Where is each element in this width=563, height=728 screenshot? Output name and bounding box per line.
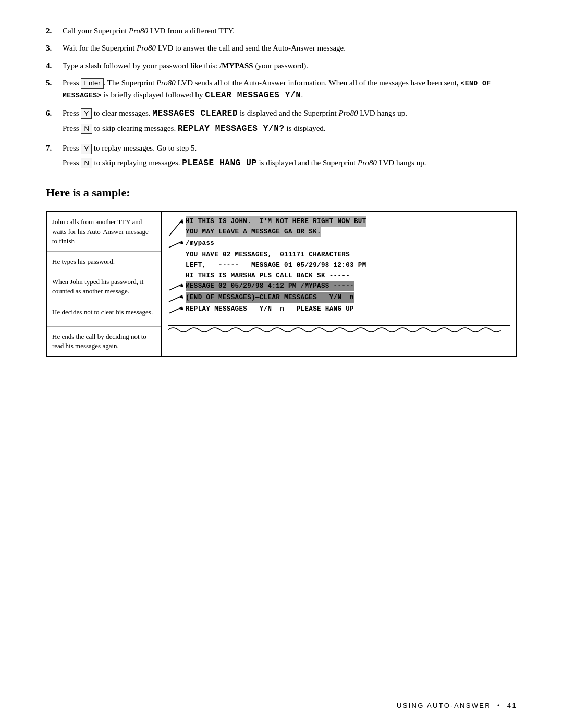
sample-diagram: John calls from another TTY and waits fo… — [46, 211, 517, 357]
screen-highlight-dark-2: (END OF MESSAGES)—CLEAR MESSAGES Y/N n — [186, 292, 354, 303]
page-footer: USING AUTO-ANSWER • 41 — [397, 701, 517, 709]
step-4: 4. Type a slash followed by your passwor… — [46, 60, 517, 72]
enter-key: Enter — [81, 78, 103, 89]
replay-messages-display: REPLAY MESSAGES Y/N? — [178, 124, 285, 133]
n-key-7: N — [81, 158, 92, 168]
step-3: 3. Wait for the Superprint Pro80 LVD to … — [46, 42, 517, 54]
screen-highlight-2: YOU MAY LEAVE A MESSAGE GA OR SK. — [186, 227, 321, 237]
pro80-italic-6: Pro80 — [339, 109, 358, 117]
wavy-line-svg — [168, 326, 510, 334]
screen-highlight-1: HI THIS IS JOHN. I'M NOT HERE RIGHT NOW … — [186, 216, 366, 227]
screen-lines-2: /mypass — [186, 238, 214, 249]
step-7-content: Press Y to replay messages. Go to step 5… — [63, 142, 517, 171]
screen-line-7: MESSAGE 02 05/29/98 4:12 PM /MYPASS ----… — [186, 281, 354, 291]
y-key-7: Y — [81, 144, 92, 154]
svg-line-2 — [169, 241, 182, 248]
step-3-num: 3. — [46, 42, 63, 54]
footer-page: 41 — [507, 701, 517, 709]
screen-line-2: YOU MAY LEAVE A MESSAGE GA OR SK. — [186, 227, 366, 237]
footer-label: USING AUTO-ANSWER — [397, 701, 491, 709]
messages-cleared-display: MESSAGES CLEARED — [152, 109, 238, 118]
diagram-screen-area: HI THIS IS JOHN. I'M NOT HERE RIGHT NOW … — [162, 212, 516, 356]
screen-block-4: MESSAGE 02 05/29/98 4:12 PM /MYPASS ----… — [168, 281, 510, 291]
step-4-num: 4. — [46, 60, 63, 72]
screen-line-6: HI THIS IS MARSHA PLS CALL BACK SK ----- — [186, 270, 510, 281]
step-6: 6. Press Y to clear messages. MESSAGES C… — [46, 107, 517, 138]
screen-highlight-dark-1: MESSAGE 02 05/29/98 4:12 PM /MYPASS ----… — [186, 281, 354, 291]
screen-block-2: /mypass — [168, 238, 510, 249]
pro80-italic-5: Pro80 — [156, 79, 176, 87]
step-6-content: Press Y to clear messages. MESSAGES CLEA… — [63, 107, 517, 138]
step-2-num: 2. — [46, 25, 63, 37]
step-6-sub: Press N to skip clearing messages. REPLA… — [63, 122, 517, 135]
wavy-border — [168, 325, 510, 336]
screen-line-5: LEFT, ----- MESSAGE 01 05/29/98 12:03 PM — [186, 260, 510, 270]
label-2: He types his password. — [47, 252, 161, 272]
arrow-2 — [168, 239, 183, 249]
screen-line-4: YOU HAVE 02 MESSAGES, 011171 CHARACTERS — [186, 250, 510, 260]
screen-block-5: (END OF MESSAGES)—CLEAR MESSAGES Y/N n — [168, 292, 510, 303]
screen-block-3: YOU HAVE 02 MESSAGES, 011171 CHARACTERS … — [186, 250, 510, 281]
arrow-1 — [168, 217, 183, 237]
clear-messages-display: CLEAR MESSAGES Y/N — [205, 91, 301, 100]
n-key-6: N — [81, 124, 92, 134]
step-3-content: Wait for the Superprint Pro80 LVD to ans… — [63, 42, 517, 54]
screen-lines-6: REPLAY MESSAGES Y/N n PLEASE HANG UP — [186, 304, 354, 314]
step-7-sub: Press N to skip replaying messages. PLEA… — [63, 157, 517, 170]
instructions-list: 2. Call your Superprint Pro80 LVD from a… — [46, 25, 517, 171]
screen-block-1: HI THIS IS JOHN. I'M NOT HERE RIGHT NOW … — [168, 216, 510, 237]
pro80-italic-3: Pro80 — [137, 44, 156, 52]
label-3: When John typed his password, it counted… — [47, 272, 161, 302]
arrow-3 — [168, 282, 183, 291]
please-hang-up-display: PLEASE HANG UP — [182, 158, 256, 168]
step-2-content: Call your Superprint Pro80 LVD from a di… — [63, 25, 517, 37]
step-5: 5. Press Enter. The Superprint Pro80 LVD… — [46, 77, 517, 102]
screen-lines-4: MESSAGE 02 05/29/98 4:12 PM /MYPASS ----… — [186, 281, 354, 291]
screen-lines-1: HI THIS IS JOHN. I'M NOT HERE RIGHT NOW … — [186, 216, 366, 237]
section-title: Here is a sample: — [46, 186, 517, 200]
label-1: John calls from another TTY and waits fo… — [47, 212, 161, 252]
label-4: He decides not to clear his messages. — [47, 302, 161, 327]
screen-line-1: HI THIS IS JOHN. I'M NOT HERE RIGHT NOW … — [186, 216, 366, 227]
screen-line-3: /mypass — [186, 238, 214, 249]
pro80-italic: Pro80 — [129, 27, 148, 35]
mypass-bold: MYPASS — [222, 61, 253, 70]
step-7-main: Press Y to replay messages. Go to step 5… — [63, 142, 517, 154]
screen-line-8: (END OF MESSAGES)—CLEAR MESSAGES Y/N n — [186, 292, 354, 303]
arrow-5 — [168, 305, 183, 314]
step-6-main: Press Y to clear messages. MESSAGES CLEA… — [63, 107, 517, 120]
screen-lines-5: (END OF MESSAGES)—CLEAR MESSAGES Y/N n — [186, 292, 354, 303]
step-7-num: 7. — [46, 142, 63, 154]
step-5-num: 5. — [46, 77, 63, 89]
diagram-labels-column: John calls from another TTY and waits fo… — [47, 212, 162, 356]
svg-line-6 — [169, 295, 182, 302]
screen-block-6: REPLAY MESSAGES Y/N n PLEASE HANG UP — [168, 304, 510, 314]
step-5-content: Press Enter. The Superprint Pro80 LVD se… — [63, 77, 517, 102]
step-4-content: Type a slash followed by your password l… — [63, 60, 517, 72]
pro80-italic-7: Pro80 — [358, 158, 377, 167]
step-7: 7. Press Y to replay messages. Go to ste… — [46, 142, 517, 171]
arrow-4 — [168, 293, 183, 303]
svg-line-4 — [169, 284, 182, 290]
svg-line-8 — [169, 307, 182, 313]
screen-line-9: REPLAY MESSAGES Y/N n PLEASE HANG UP — [186, 304, 354, 314]
y-key-6: Y — [81, 108, 92, 119]
label-5: He ends the call by deciding not to read… — [47, 327, 161, 356]
step-6-num: 6. — [46, 107, 63, 119]
step-2: 2. Call your Superprint Pro80 LVD from a… — [46, 25, 517, 37]
footer-bullet: • — [497, 701, 501, 709]
